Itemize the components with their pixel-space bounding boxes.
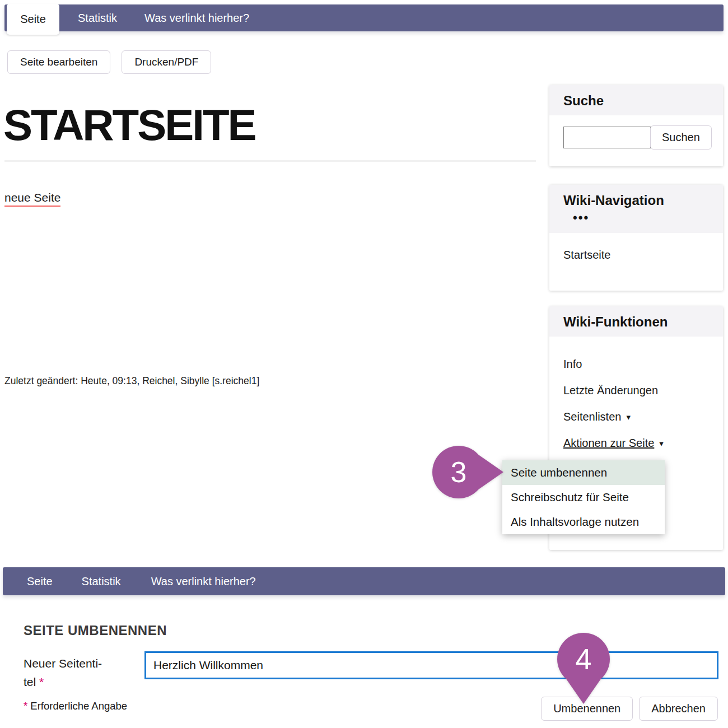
annotation-step-4-number: 4 [576,643,592,675]
chevron-down-icon: ▾ [626,412,631,422]
tab-statistik[interactable]: Statistik [78,12,117,25]
menu-item-seite-umbenennen[interactable]: Seite umbenennen [502,460,665,485]
annotation-step-3: 3 [432,445,505,499]
tab-statistik-2[interactable]: Statistik [82,575,121,588]
bottom-tab-bar: Seite Statistik Was verlinkt hierher? [3,567,725,595]
func-item-label: Info [563,358,582,371]
tab-was-verlinkt-hierher[interactable]: Was verlinkt hierher? [144,12,249,25]
func-item-label: Letzte Änderungen [563,384,658,397]
search-box-header: Suche [549,85,723,115]
print-pdf-button[interactable]: Drucken/PDF [122,50,211,74]
rename-cancel-button[interactable]: Abbrechen [639,697,718,721]
func-item-label: Aktionen zur Seite [563,437,654,450]
page-title: STARTSEITE [3,100,255,151]
page-toolbar: Seite bearbeiten Drucken/PDF [7,50,211,74]
required-asterisk: * [24,700,27,712]
annotation-step-4: 4 [557,633,610,706]
tab-seite-2[interactable]: Seite [27,575,53,588]
func-item-info[interactable]: Info [563,358,723,371]
wiki-page: Seite Statistik Was verlinkt hierher? Se… [0,0,728,728]
page-actions-menu: Seite umbenennen Schreibschutz für Seite… [502,460,665,534]
func-item-label: Seitenlisten [563,410,621,423]
ellipsis-icon[interactable]: ••• [549,208,723,233]
new-title-label: Neuer Seitenti- tel * [24,654,102,691]
search-input[interactable] [563,127,651,148]
last-changed-text: Zuletzt geändert: Heute, 09:13, Reichel,… [4,375,259,387]
rename-section-heading: SEITE UMBENENNEN [24,623,167,638]
required-note: * Erforderliche Angabe [24,700,127,712]
title-divider [4,161,536,161]
new-title-label-line1: Neuer Seitenti- [24,657,102,670]
required-asterisk: * [39,675,44,688]
tab-seite[interactable]: Seite [7,4,59,35]
new-title-label-line2: tel [24,675,36,688]
func-item-letzte-aenderungen[interactable]: Letzte Änderungen [563,384,723,397]
new-title-input[interactable] [144,651,718,679]
func-item-seitenlisten[interactable]: Seitenlisten ▾ [563,410,723,423]
tab-was-verlinkt-hierher-2[interactable]: Was verlinkt hierher? [151,575,256,588]
search-button[interactable]: Suchen [650,125,712,150]
new-page-link[interactable]: neue Seite [4,191,60,207]
nav-item-startseite[interactable]: Startseite [563,249,610,261]
wiki-functions-title: Wiki-Funktionen [563,314,723,330]
wiki-functions-header: Wiki-Funktionen [549,306,723,337]
search-box-title: Suche [563,93,723,109]
wiki-navigation-title: Wiki-Navigation [563,193,723,208]
func-item-aktionen-zur-seite[interactable]: Aktionen zur Seite ▾ [563,437,723,450]
menu-item-inhaltsvorlage[interactable]: Als Inhaltsvorlage nutzen [502,510,665,534]
wiki-navigation-box: Wiki-Navigation ••• Startseite [549,185,723,291]
edit-page-button[interactable]: Seite bearbeiten [7,50,110,74]
search-box: Suche Suchen [549,85,723,166]
wiki-navigation-header: Wiki-Navigation [549,185,723,208]
annotation-step-3-number: 3 [451,456,467,488]
top-tab-bar: Seite Statistik Was verlinkt hierher? [4,4,724,31]
menu-item-schreibschutz[interactable]: Schreibschutz für Seite [502,485,665,510]
required-note-text: Erforderliche Angabe [30,700,127,712]
chevron-down-icon: ▾ [659,438,664,449]
